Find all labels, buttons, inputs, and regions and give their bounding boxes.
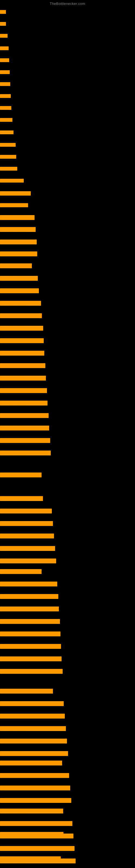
bar-label: Bottleneck result <box>0 751 68 756</box>
bar-label: Bottlen <box>0 167 17 170</box>
bar-label: Bottleneck result <box>0 859 76 863</box>
bar-label: Bottleneck result <box>0 644 61 649</box>
bar-label: Bottleneck result <box>0 472 42 477</box>
bar-row: Bottle <box>0 129 135 135</box>
bar-label: Bottleneck result <box>0 326 43 331</box>
bar-label: Bottleneck result <box>0 739 67 744</box>
bar-row: Bottleneck result <box>0 450 135 457</box>
bar-label: Bott <box>0 94 11 98</box>
bar-row: Bo <box>0 21 135 27</box>
bar-row: Bottleneck result <box>0 545 135 552</box>
bar-row: Bottleneck result <box>0 668 135 675</box>
bar-row: Bott <box>0 57 135 63</box>
bar-row: Bottleneck result <box>0 532 135 539</box>
bar-row: Bottleneck result <box>0 725 135 732</box>
bar-label: Bottleneck result <box>0 619 60 624</box>
bar-label: Bo <box>0 22 6 26</box>
bar-label: Bottleneck result <box>0 288 39 293</box>
bar-row: Bottleneck result <box>0 400 135 407</box>
bar-row: Bottleneck result <box>0 226 135 233</box>
site-title: TheBottlenecker.com <box>0 0 135 7</box>
bar-row: Bott <box>0 93 135 99</box>
bar-label: Bottleneck resu <box>0 191 31 195</box>
bar-row: Bottleneck result <box>0 833 135 839</box>
bar-row: Bottleneck result <box>0 784 135 792</box>
bar-label: Bottleneck result <box>0 631 60 637</box>
bar-row: Bottleneck result <box>0 688 135 695</box>
bar-row: Bottleneck result <box>0 495 135 502</box>
bar-row: Bottleneck result <box>0 214 135 221</box>
bar-label: Bott <box>0 82 10 86</box>
bar-row: Bottleneck result <box>0 738 135 745</box>
bar-label: Bottleneck result <box>0 798 71 803</box>
bar-label: Bottleneck result <box>0 669 63 674</box>
bar-row: Bottleneck resu <box>0 190 135 197</box>
bar-label: Bottleneck result <box>0 313 42 318</box>
bar-row: Bottleneck result <box>0 858 135 865</box>
bar-label: Bottleneck result <box>0 558 56 563</box>
bar-label: Bottleneck result <box>0 726 66 731</box>
bar-label: Bottleneck result <box>0 496 43 501</box>
bar-label: Bottleneck result <box>0 701 64 706</box>
bar-label: Bottleneck result <box>0 846 75 851</box>
bar-label: Bottleneck result <box>0 301 41 306</box>
bar-label: Bottler <box>0 155 16 159</box>
bar-label: Bottleneck result <box>0 594 58 599</box>
bar-row: Bo <box>0 9 135 15</box>
bar-row: Bottlen <box>0 142 135 148</box>
bar-label: Bottleneck result <box>0 388 47 393</box>
bar-row: Bottleneck resu <box>0 262 135 269</box>
bar-row: Bottleneck result <box>0 568 135 575</box>
bar-row: Bottler <box>0 154 135 160</box>
bar-label: Bottleneck result <box>0 809 63 813</box>
bar-label: Bottleneck result <box>0 276 38 281</box>
bar-label: Bottleneck result <box>0 508 52 514</box>
bar-row: Bottleneck result <box>0 239 135 246</box>
bar-row: Bottleneck result <box>0 606 135 613</box>
bar-label: Bottleneck result <box>0 240 37 244</box>
bar-label: Bottl <box>0 118 12 122</box>
bar-row: Bot <box>0 33 135 39</box>
bar-label: Bottleneck result <box>0 251 37 256</box>
bar-label: Bottleneck result <box>0 338 44 343</box>
bar-row: Bottleneck result <box>0 700 135 707</box>
bar-label: Bottleneck re <box>0 203 28 207</box>
bar-label: Bottleneck result <box>0 521 53 526</box>
bar-label: Bottleneck result <box>0 834 74 838</box>
bar-label: Bottleneck result <box>0 451 51 456</box>
bar-row: Bottleneck result <box>0 425 135 432</box>
bar-row: Bottleneck result <box>0 807 135 814</box>
bar-label: Bottleneck result <box>0 351 44 355</box>
bar-label: Bot <box>0 34 8 38</box>
bar-label: Bottleneck result <box>0 426 49 431</box>
bar-row: Bottleneck result <box>0 845 135 852</box>
bar-row: Bottleneck result <box>0 581 135 588</box>
bar-row: Bottleneck result <box>0 520 135 527</box>
bar-row: Bottl <box>0 117 135 123</box>
bar-row: Bottleneck result <box>0 760 135 767</box>
bar-row: Bottleneck result <box>0 325 135 332</box>
bar-row: Bottleneck result <box>0 275 135 282</box>
bar-row: Bottleneck result <box>0 630 135 638</box>
bar-label: Bottleneck result <box>0 376 46 380</box>
bar-row: Bottleneck result <box>0 797 135 804</box>
bar-label: Bottleneck result <box>0 582 57 586</box>
bar-row: Bottleneck result <box>0 750 135 757</box>
bar-row: Bottleneck result <box>0 337 135 344</box>
bar-row: Bottleneck result <box>0 557 135 564</box>
bar-row: Bottleneck result <box>0 820 135 827</box>
bar-label: Bott <box>0 106 11 110</box>
bar-row: Bottleneck result <box>0 387 135 394</box>
bar-label: Bottleneck result <box>0 215 35 220</box>
bar-label: Bottleneck result <box>0 533 54 538</box>
bar-label: Bottleneck result <box>0 227 36 232</box>
bar-row: Bott <box>0 69 135 75</box>
bar-label: Bottleneck result <box>0 773 69 778</box>
bar-label: Bottleneck result <box>0 546 55 551</box>
bar-row: Bottleneck result <box>0 375 135 382</box>
bar-row: Bott <box>0 105 135 111</box>
bar-row: Bottleneck result <box>0 507 135 515</box>
bar-row: Bottleneck result <box>0 287 135 294</box>
bar-row: Bottleneck result <box>0 772 135 779</box>
bar-label: Bottlen <box>0 143 16 147</box>
